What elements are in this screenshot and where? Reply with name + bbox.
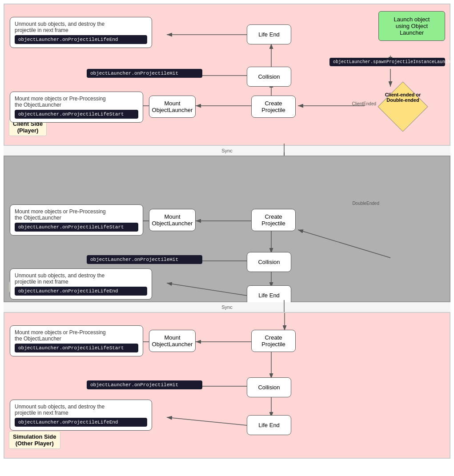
projectile-hit-client-container: objectLauncher.onProjectileHit: [87, 69, 202, 78]
pre-processing-server: Mount more objects or Pre-Processingthe …: [10, 204, 143, 236]
simulation-section: Simulation Side(Other Player) C: [4, 312, 450, 459]
mount-ol-server: MountObjectLauncher: [149, 209, 196, 231]
svg-line-12: [298, 230, 390, 258]
double-ended-label: DoubleEnded: [352, 201, 379, 206]
life-end-code-server: objectLauncher.onProjectileLifeEnd: [15, 287, 147, 296]
pre-processing-client-text: Mount more objects or Pre-Processingthe …: [15, 96, 138, 108]
projectile-hit-client: objectLauncher.onProjectileHit: [87, 69, 202, 78]
client-ended-label: ClientEnded: [352, 101, 376, 106]
svg-line-18: [167, 283, 247, 296]
life-start-sim: objectLauncher.onProjectileLifeStart: [15, 344, 138, 352]
life-end-sim: Life End: [247, 415, 291, 435]
projectile-hit-server: objectLauncher.onProjectileHit: [87, 255, 202, 264]
spawn-code: objectLauncher.spawnProjectileInstanceLa…: [329, 58, 445, 66]
server-section: Server Side DoubleEnded: [4, 156, 450, 302]
decision-diamond-container: Client-ended orDouble-ended: [383, 87, 423, 127]
mount-ol-client: MountObjectLauncher: [149, 96, 196, 118]
unmount-sim-text: Unmount sub objects, and destroy theproj…: [15, 404, 147, 416]
projectile-hit-server-container: objectLauncher.onProjectileHit: [87, 255, 202, 264]
diagram-wrapper: Client Side(Player): [0, 0, 454, 462]
sync-label-1: Sync: [4, 146, 450, 156]
collision-server: Collision: [247, 252, 291, 272]
unmount-server-text: Unmount sub objects, and destroy theproj…: [15, 272, 147, 285]
simulation-label: Simulation Side(Other Player): [9, 431, 60, 449]
spawn-code-container: objectLauncher.spawnProjectileInstanceLa…: [329, 58, 445, 66]
launch-object-box: Launch objectusing ObjectLauncher: [378, 11, 445, 41]
life-end-client: Life End: [247, 24, 291, 44]
unmount-client: Unmount sub objects, and destroy theproj…: [10, 17, 152, 48]
create-projectile-sim: CreateProjectile: [251, 330, 296, 352]
collision-sim: Collision: [247, 377, 291, 397]
unmount-client-text: Unmount sub objects, and destroy theproj…: [15, 21, 147, 33]
pre-processing-sim: Mount more objects or Pre-Processingthe …: [10, 325, 143, 356]
launch-object-text: Launch objectusing ObjectLauncher: [394, 16, 430, 36]
pre-processing-sim-text: Mount more objects or Pre-Processingthe …: [15, 329, 138, 342]
sync-label-2: Sync: [4, 302, 450, 312]
life-end-code-client: objectLauncher.onProjectileLifeEnd: [15, 35, 147, 44]
client-section: Client Side(Player): [4, 4, 450, 146]
projectile-hit-sim: objectLauncher.onProjectileHit: [87, 380, 202, 389]
life-start-server: objectLauncher.onProjectileLifeStart: [15, 223, 138, 232]
unmount-server: Unmount sub objects, and destroy theproj…: [10, 268, 152, 300]
collision-client: Collision: [247, 67, 291, 87]
life-end-code-sim: objectLauncher.onProjectileLifeEnd: [15, 418, 147, 427]
create-projectile-server: CreateProjectile: [251, 209, 296, 231]
life-start-client: objectLauncher.onProjectileLifeStart: [15, 110, 138, 119]
unmount-sim: Unmount sub objects, and destroy theproj…: [10, 400, 152, 431]
pre-processing-client: Mount more objects or Pre-Processingthe …: [10, 92, 143, 123]
svg-line-26: [167, 417, 247, 425]
projectile-hit-sim-container: objectLauncher.onProjectileHit: [87, 380, 202, 389]
create-projectile-client: CreateProjectile: [251, 96, 296, 118]
mount-ol-sim: MountObjectLauncher: [149, 330, 196, 352]
pre-processing-server-text: Mount more objects or Pre-Processingthe …: [15, 208, 138, 221]
